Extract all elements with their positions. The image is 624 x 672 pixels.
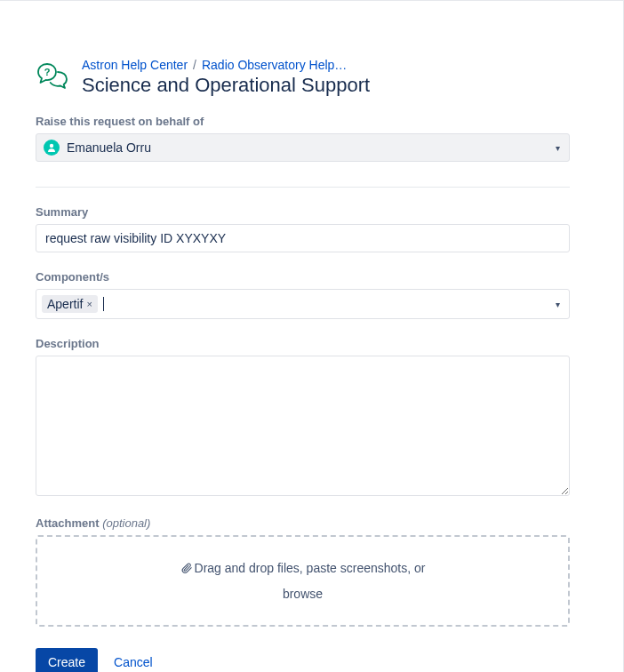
browse-link[interactable]: browse: [283, 587, 323, 601]
svg-point-1: [50, 144, 53, 148]
create-button[interactable]: Create: [36, 648, 98, 672]
dropzone-text: Drag and drop files, paste screenshots, …: [195, 561, 426, 575]
attachment-label: Attachment (optional): [36, 516, 570, 530]
breadcrumb: Astron Help Center / Radio Observatory H…: [82, 58, 370, 72]
conversation-icon: ?: [36, 58, 71, 93]
component-tag: Apertif ×: [42, 295, 98, 313]
description-textarea[interactable]: [36, 356, 570, 496]
breadcrumb-root[interactable]: Astron Help Center: [82, 58, 188, 72]
breadcrumb-portal[interactable]: Radio Observatory Help…: [202, 58, 347, 72]
svg-text:?: ?: [44, 67, 51, 77]
remove-tag-icon[interactable]: ×: [86, 299, 92, 309]
cancel-button[interactable]: Cancel: [110, 648, 156, 672]
components-select[interactable]: Apertif × ▾: [36, 289, 570, 319]
components-label: Component/s: [36, 270, 570, 284]
avatar-icon: [44, 140, 60, 156]
description-label: Description: [36, 337, 570, 350]
requester-select[interactable]: Emanuela Orru ▾: [36, 133, 570, 162]
text-cursor: [103, 297, 104, 311]
chevron-down-icon: ▾: [556, 300, 560, 309]
breadcrumb-separator: /: [193, 58, 196, 72]
component-tag-label: Apertif: [47, 297, 83, 311]
summary-input[interactable]: [36, 224, 570, 252]
requester-label: Raise this request on behalf of: [36, 115, 570, 128]
summary-label: Summary: [36, 205, 570, 219]
divider: [36, 187, 570, 188]
page-title: Science and Operational Support: [82, 74, 370, 97]
requester-name: Emanuela Orru: [67, 140, 151, 155]
attachment-dropzone[interactable]: Drag and drop files, paste screenshots, …: [36, 535, 570, 627]
chevron-down-icon: ▾: [556, 143, 560, 153]
paperclip-icon: [180, 558, 193, 582]
